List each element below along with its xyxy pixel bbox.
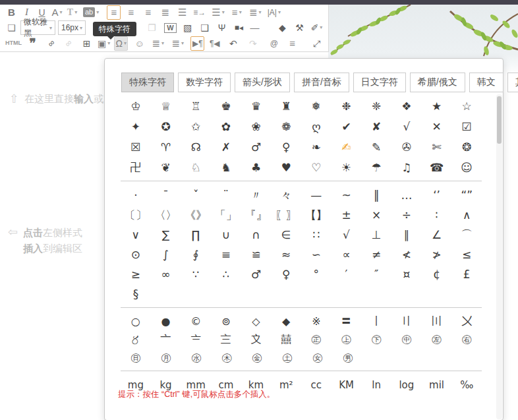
microphone-button[interactable]: Ψ	[215, 20, 229, 35]
char-cell[interactable]: ⊚	[211, 312, 241, 330]
align-left-button[interactable]: ≡	[107, 5, 121, 20]
char-cell[interactable]: ·	[121, 185, 151, 205]
writing-hand-emoji-cell[interactable]: ✍	[331, 136, 362, 157]
char-cell[interactable]: °	[301, 264, 331, 284]
char-cell[interactable]: ≥	[121, 264, 151, 284]
char-cell[interactable]: 〓	[331, 312, 362, 330]
char-cell[interactable]: ✎	[361, 136, 391, 157]
fullscreen-button[interactable]: ⤢	[310, 36, 324, 51]
char-cell[interactable]: ㊤	[331, 330, 362, 349]
char-cell[interactable]: ÷	[391, 205, 422, 225]
paragraph-spacing-button[interactable]: ≡▾	[230, 5, 244, 20]
char-cell[interactable]: ✿	[211, 116, 241, 136]
dialog-tab-特殊字符[interactable]: 特殊字符	[121, 73, 174, 92]
char-cell[interactable]: ⌒	[451, 225, 482, 245]
char-cell[interactable]: ‰	[451, 375, 482, 391]
char-cell[interactable]: ♈	[151, 136, 181, 157]
char-cell[interactable]: ✩	[181, 116, 211, 136]
dialog-tab-韩文[interactable]: 韩文	[469, 73, 504, 92]
char-cell[interactable]: ㊊	[151, 349, 181, 367]
char-cell[interactable]: ≌	[241, 245, 272, 264]
char-cell[interactable]: ✗	[211, 136, 241, 157]
char-cell[interactable]: ❖	[391, 96, 422, 116]
char-cell[interactable]: ′	[331, 264, 362, 284]
char-cell[interactable]: …	[391, 185, 422, 205]
char-cell[interactable]: ∫	[151, 245, 181, 264]
font-color-button[interactable]: A▾	[50, 5, 64, 20]
char-cell[interactable]: ♖	[181, 96, 211, 116]
char-cell[interactable]: ≤	[451, 245, 482, 264]
char-cell[interactable]: mil	[422, 375, 452, 391]
char-cell[interactable]: ♥	[271, 157, 301, 177]
char-cell[interactable]: ∴	[211, 264, 241, 284]
char-cell[interactable]: ⊙	[121, 245, 151, 264]
char-cell[interactable]: ☊	[181, 136, 211, 157]
char-cell[interactable]: 〢	[391, 312, 422, 330]
char-cell[interactable]: 〧	[181, 330, 211, 349]
char-cell[interactable]: √	[391, 116, 422, 136]
char-cell[interactable]: 卍	[121, 157, 151, 177]
char-cell[interactable]: ※	[301, 312, 331, 330]
highlight-button[interactable]: ab▾	[82, 5, 100, 20]
char-cell[interactable]: ❅	[301, 96, 331, 116]
align-justify-button[interactable]: ≣	[158, 5, 172, 20]
dialog-tab-希腊/俄文[interactable]: 希腊/俄文	[410, 73, 465, 92]
char-cell[interactable]: ☂	[361, 157, 391, 177]
char-cell[interactable]: 『』	[241, 205, 272, 225]
char-cell[interactable]: ©	[181, 312, 211, 330]
char-cell[interactable]: ˉ	[151, 185, 181, 205]
char-cell[interactable]: 〥	[121, 330, 151, 349]
video-button[interactable]: ■◂	[232, 20, 246, 35]
char-cell[interactable]: ♀	[271, 136, 301, 157]
table-button[interactable]: ⊞	[80, 36, 94, 51]
char-cell[interactable]: ∶	[422, 205, 452, 225]
char-cell[interactable]: ◇	[241, 312, 272, 330]
char-cell[interactable]: ♜	[271, 96, 301, 116]
char-cell[interactable]: ∏	[181, 225, 211, 245]
char-cell[interactable]: ㊍	[212, 349, 242, 367]
char-cell[interactable]: ❉	[331, 96, 362, 116]
char-cell[interactable]: ″	[361, 264, 391, 284]
align-center-button[interactable]: ≡	[124, 5, 138, 20]
char-cell[interactable]: ♕	[151, 96, 181, 116]
char-cell[interactable]: ㊨	[451, 330, 482, 349]
char-cell[interactable]: ‖	[361, 185, 391, 205]
char-cell[interactable]: 〨	[211, 330, 241, 349]
horizontal-rule-button[interactable]: —	[248, 20, 262, 35]
char-cell[interactable]: ❈	[361, 96, 391, 116]
char-cell[interactable]: ∮	[181, 245, 211, 264]
char-cell[interactable]: ✄	[422, 136, 452, 157]
char-cell[interactable]: ★	[422, 96, 452, 116]
char-cell[interactable]: ㊎	[242, 349, 272, 367]
char-cell[interactable]: ♛	[241, 96, 272, 116]
album-button[interactable]: ❑	[198, 20, 212, 35]
char-cell[interactable]: ☺	[451, 157, 482, 177]
paragraph-tag-button[interactable]: ¶◀	[208, 36, 221, 51]
char-cell[interactable]: KM	[331, 375, 362, 391]
char-cell[interactable]: ◆	[271, 312, 301, 330]
char-cell[interactable]: ☀	[331, 157, 362, 177]
enter-tag-button[interactable]: ▶¶	[190, 36, 204, 51]
link-button[interactable]: ∞	[44, 36, 58, 51]
list-style-button[interactable]: ≣▾	[248, 5, 262, 20]
char-cell[interactable]: ㊦	[361, 330, 391, 349]
summary-button[interactable]: ≡	[285, 36, 299, 51]
char-cell[interactable]: ✦	[121, 116, 151, 136]
char-cell[interactable]: ∷	[301, 225, 331, 245]
source-code-button[interactable]: HTML	[5, 36, 22, 51]
dialog-tab-日文字符[interactable]: 日文字符	[353, 73, 406, 92]
font-family-select[interactable]: 微软雅黑▾	[20, 20, 55, 35]
ordered-list-button[interactable]: ≣▾	[171, 36, 185, 51]
char-cell[interactable]: ❧	[301, 136, 331, 157]
char-cell[interactable]: ♣	[241, 157, 272, 177]
char-cell[interactable]: ㊚	[333, 349, 363, 367]
char-cell[interactable]: ♞	[211, 157, 241, 177]
char-cell[interactable]: 〣	[422, 312, 452, 330]
char-cell[interactable]: ☒	[121, 136, 151, 157]
char-cell[interactable]: ♫	[391, 157, 422, 177]
text-style-button[interactable]: T▾	[65, 5, 79, 20]
char-cell[interactable]: ♘	[181, 157, 211, 177]
char-cell[interactable]: ≮	[391, 245, 422, 264]
char-cell[interactable]: ❁	[271, 116, 301, 136]
scrollbar-thumb[interactable]	[497, 96, 502, 144]
